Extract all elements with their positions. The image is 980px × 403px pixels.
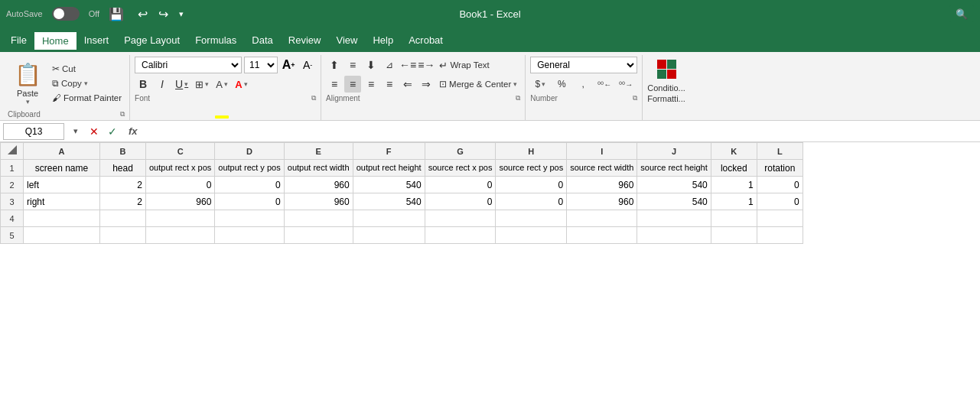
search-box-right[interactable]: 🔍 xyxy=(949,5,974,22)
menu-view[interactable]: View xyxy=(328,31,365,49)
cell-J5[interactable] xyxy=(637,227,711,244)
cell-K1[interactable]: locked xyxy=(711,160,757,177)
merge-dropdown-arrow[interactable]: ▾ xyxy=(513,80,517,88)
cell-G3[interactable]: 0 xyxy=(425,193,496,210)
cell-B2[interactable]: 2 xyxy=(100,177,146,193)
menu-data[interactable]: Data xyxy=(244,31,280,49)
cell-C5[interactable] xyxy=(146,227,215,244)
col-header-H[interactable]: H xyxy=(496,143,567,160)
confirm-formula-button[interactable]: ✓ xyxy=(104,123,121,140)
cell-F2[interactable]: 540 xyxy=(353,177,425,193)
right-align-button[interactable]: ≡ xyxy=(363,76,379,93)
col-header-B[interactable]: B xyxy=(100,143,146,160)
cell-I1[interactable]: source rect width xyxy=(567,160,637,177)
bottom-align-button[interactable]: ⬇ xyxy=(363,57,379,73)
col-header-F[interactable]: F xyxy=(353,143,425,160)
col-header-D[interactable]: D xyxy=(215,143,284,160)
row-header-5[interactable]: 5 xyxy=(1,227,24,244)
cell-L2[interactable]: 0 xyxy=(757,177,803,193)
corner-header[interactable] xyxy=(1,143,24,160)
cut-button[interactable]: ✂ Cut xyxy=(49,62,125,76)
cell-E4[interactable] xyxy=(284,210,353,227)
undo-button[interactable]: ↩ xyxy=(133,7,152,21)
col-header-A[interactable]: A xyxy=(24,143,100,160)
cell-L5[interactable] xyxy=(757,227,803,244)
alignment-expand-icon[interactable]: ⧉ xyxy=(516,94,520,102)
menu-help[interactable]: Help xyxy=(365,31,401,49)
cell-A1[interactable]: screen name xyxy=(24,160,100,177)
middle-align-button[interactable]: ≡ xyxy=(344,57,361,73)
cell-G2[interactable]: 0 xyxy=(425,177,496,193)
cell-H2[interactable]: 0 xyxy=(496,177,567,193)
cell-F3[interactable]: 540 xyxy=(353,193,425,210)
autosave-toggle[interactable] xyxy=(52,7,80,21)
paste-button[interactable]: 📋 Paste ▾ xyxy=(8,57,47,109)
cell-H1[interactable]: source rect y pos xyxy=(496,160,567,177)
font-color-dropdown-arrow[interactable]: ▾ xyxy=(244,80,248,88)
menu-acrobat[interactable]: Acrobat xyxy=(401,31,451,49)
cell-D2[interactable]: 0 xyxy=(215,177,284,193)
save-icon[interactable]: 💾 xyxy=(109,7,124,21)
cell-G1[interactable]: source rect x pos xyxy=(425,160,496,177)
decrease-font-size-button[interactable]: A- xyxy=(299,57,316,73)
formula-input[interactable] xyxy=(142,123,977,140)
fill-color-button[interactable]: A ▾ xyxy=(213,76,230,93)
menu-file[interactable]: File xyxy=(3,31,34,49)
cell-E5[interactable] xyxy=(284,227,353,244)
menu-page-layout[interactable]: Page Layout xyxy=(116,31,187,49)
menu-insert[interactable]: Insert xyxy=(77,31,117,49)
left-align-button[interactable]: ≡ xyxy=(326,76,343,93)
justify-button[interactable]: ≡ xyxy=(381,76,398,93)
decrease-decimal-button[interactable]: ⁰⁰→ xyxy=(616,76,636,93)
cell-A5[interactable] xyxy=(24,227,100,244)
number-format-select[interactable]: General xyxy=(530,57,637,73)
fill-dropdown-arrow[interactable]: ▾ xyxy=(224,80,228,88)
cell-E2[interactable]: 960 xyxy=(284,177,353,193)
col-header-K[interactable]: K xyxy=(711,143,757,160)
col-header-G[interactable]: G xyxy=(425,143,496,160)
cell-I5[interactable] xyxy=(567,227,637,244)
copy-dropdown-arrow[interactable]: ▾ xyxy=(84,80,88,87)
underline-dropdown-arrow[interactable]: ▾ xyxy=(184,80,188,88)
cell-H4[interactable] xyxy=(496,210,567,227)
cell-A4[interactable] xyxy=(24,210,100,227)
cell-J4[interactable] xyxy=(637,210,711,227)
formula-bar-options-button[interactable]: ▾ xyxy=(67,123,84,140)
cell-J2[interactable]: 540 xyxy=(637,177,711,193)
wrap-text-button[interactable]: ↵ Wrap Text xyxy=(436,58,492,73)
cell-I2[interactable]: 960 xyxy=(567,177,637,193)
cell-K4[interactable] xyxy=(711,210,757,227)
cell-C1[interactable]: output rect x pos xyxy=(146,160,215,177)
number-expand-icon[interactable]: ⧉ xyxy=(633,94,637,102)
merge-center-button[interactable]: ⊡ Merge & Center ▾ xyxy=(436,77,520,91)
cell-D1[interactable]: output rect y pos xyxy=(215,160,284,177)
cell-I4[interactable] xyxy=(567,210,637,227)
sheet-area[interactable]: A B C D E F G H I J K L 1 scr xyxy=(0,142,980,403)
cell-B1[interactable]: head xyxy=(100,160,146,177)
cell-G4[interactable] xyxy=(425,210,496,227)
borders-dropdown-arrow[interactable]: ▾ xyxy=(205,80,209,88)
bold-button[interactable]: B xyxy=(135,76,151,93)
font-name-select[interactable]: Calibri xyxy=(135,57,242,73)
cell-C3[interactable]: 960 xyxy=(146,193,215,210)
row-header-2[interactable]: 2 xyxy=(1,177,24,193)
col-header-I[interactable]: I xyxy=(567,143,637,160)
cell-G5[interactable] xyxy=(425,227,496,244)
font-color-button[interactable]: A ▾ xyxy=(233,76,249,93)
cell-B5[interactable] xyxy=(100,227,146,244)
cell-H5[interactable] xyxy=(496,227,567,244)
paste-dropdown-arrow[interactable]: ▾ xyxy=(26,98,30,106)
font-expand-icon[interactable]: ⧉ xyxy=(311,94,316,102)
cell-A2[interactable]: left xyxy=(24,177,100,193)
dollar-dropdown-arrow[interactable]: ▾ xyxy=(542,80,545,88)
cell-C2[interactable]: 0 xyxy=(146,177,215,193)
cell-L4[interactable] xyxy=(757,210,803,227)
col-header-L[interactable]: L xyxy=(757,143,803,160)
top-align-button[interactable]: ⬆ xyxy=(326,57,343,73)
cell-K3[interactable]: 1 xyxy=(711,193,757,210)
cell-F5[interactable] xyxy=(353,227,425,244)
center-align-button[interactable]: ≡ xyxy=(344,76,361,93)
font-size-select[interactable]: 11 xyxy=(244,57,278,73)
copy-button[interactable]: ⧉ Copy ▾ xyxy=(49,77,125,90)
underline-button[interactable]: U ▾ xyxy=(173,76,190,93)
